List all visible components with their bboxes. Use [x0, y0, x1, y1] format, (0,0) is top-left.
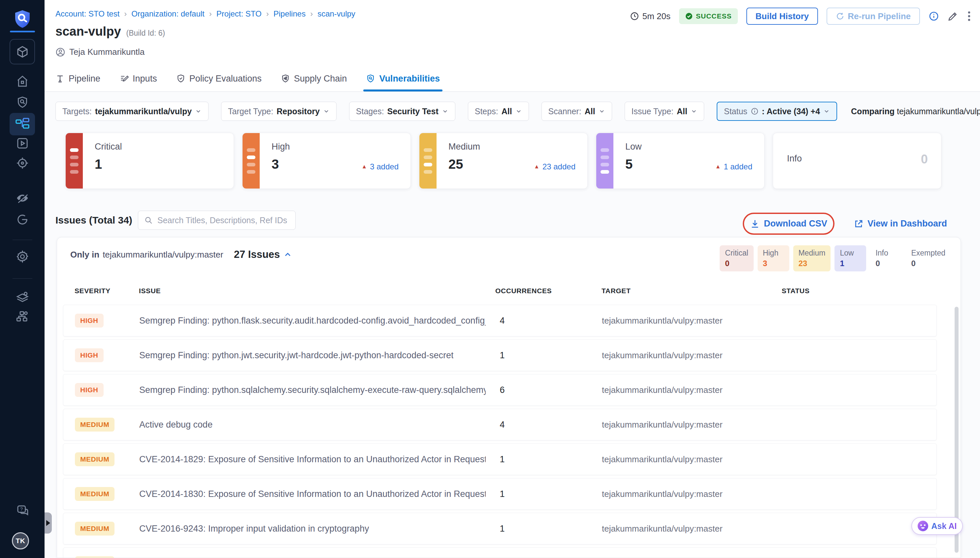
- get-started-icon[interactable]: [0, 212, 44, 227]
- download-csv-button[interactable]: Download CSV: [750, 218, 827, 229]
- issue-title: Semgrep Finding: python.jwt.security.jwt…: [139, 350, 453, 361]
- severity-card-critical[interactable]: Critical 1: [65, 133, 234, 189]
- chip-low[interactable]: Low1: [834, 245, 866, 271]
- harness-sto-logo-icon[interactable]: [0, 8, 44, 30]
- download-csv-wrap: Download CSV: [743, 213, 834, 235]
- col-issue: ISSUE: [139, 287, 161, 295]
- chip-exempted[interactable]: Exempted0: [906, 245, 951, 271]
- issue-count: 27 Issues: [234, 249, 280, 261]
- rerun-pipeline-button[interactable]: Re-run Pipeline: [826, 8, 920, 25]
- help-chat-icon[interactable]: ?: [0, 504, 44, 519]
- breadcrumb-org[interactable]: Organization: default: [131, 9, 204, 18]
- shield-check-icon: [176, 74, 185, 83]
- chip-medium[interactable]: Medium23: [793, 245, 831, 271]
- issue-title: Semgrep Finding: python.sqlalchemy.secur…: [139, 385, 486, 395]
- chevron-up-icon[interactable]: [283, 250, 292, 259]
- issue-row[interactable]: MEDIUM CVE-2016-9243: Improper input val…: [63, 513, 937, 545]
- targets-crosshair-icon[interactable]: [0, 156, 44, 171]
- filter-status[interactable]: Status : Active (34) +4: [717, 102, 837, 121]
- occurrences: 4: [494, 316, 510, 326]
- execution-tabs: Pipeline Inputs Policy Evaluations Suppl…: [56, 70, 440, 92]
- shield-chain-icon: [281, 74, 290, 83]
- only-in-target: tejakummarikuntla/vulpy:master: [103, 249, 223, 260]
- only-in-group[interactable]: Only in tejakummarikuntla/vulpy:master 2…: [70, 249, 292, 261]
- module-selector-icon[interactable]: [10, 39, 35, 64]
- card-count: 5: [625, 157, 633, 172]
- occurrences: 1: [494, 524, 510, 534]
- app-root: ? TK Account: STO test› Organization: de…: [0, 0, 980, 558]
- chip-info[interactable]: Info0: [870, 245, 902, 271]
- ask-ai-button[interactable]: Ask AI: [911, 517, 963, 535]
- user-avatar[interactable]: TK: [12, 532, 29, 550]
- view-in-dashboard-button[interactable]: View in Dashboard: [854, 218, 947, 229]
- tab-policy-evaluations[interactable]: Policy Evaluations: [176, 70, 262, 92]
- severity-bars-icon: [596, 133, 614, 189]
- chip-critical[interactable]: Critical0: [720, 245, 753, 271]
- breadcrumb-account[interactable]: Account: STO test: [56, 9, 119, 18]
- added-link[interactable]: ▲23 added: [534, 162, 576, 171]
- filter-steps[interactable]: Steps:All: [468, 102, 529, 121]
- target: tejakummarikuntla/vulpy:master: [602, 454, 723, 464]
- tab-vulnerabilities[interactable]: Vulnerabilities: [366, 70, 440, 92]
- comparing-label: Comparing tejakummarikuntla/vulpy:master…: [851, 107, 980, 116]
- severity-badge: MEDIUM: [75, 556, 115, 558]
- severity-card-high[interactable]: High 3 ▲3 added: [242, 133, 411, 189]
- build-author: Teja Kummarikuntla: [56, 47, 144, 57]
- added-link[interactable]: ▲1 added: [715, 162, 752, 171]
- default-settings-layers-icon[interactable]: [0, 290, 44, 304]
- page-header: Account: STO test› Organization: default…: [44, 0, 980, 92]
- sidebar-expand-tab[interactable]: [44, 512, 52, 533]
- issue-row[interactable]: MEDIUM Active debug code 4 tejakummariku…: [63, 409, 937, 440]
- severity-badge: HIGH: [75, 313, 104, 328]
- search-input[interactable]: [157, 216, 290, 225]
- issues-total-title: Issues (Total 34): [56, 215, 133, 226]
- severity-card-low[interactable]: Low 5 ▲1 added: [596, 133, 764, 189]
- chevron-down-icon: [823, 108, 830, 115]
- search-icon: [144, 216, 153, 225]
- filter-scanner[interactable]: Scanner:All: [542, 102, 612, 121]
- pipelines-nav-active-tile[interactable]: [10, 113, 35, 135]
- nav-active-module-divider: [10, 31, 35, 32]
- build-history-button[interactable]: Build History: [746, 8, 818, 25]
- info-icon[interactable]: [929, 11, 939, 21]
- tab-supply-chain[interactable]: Supply Chain: [281, 70, 347, 92]
- breadcrumb: Account: STO test› Organization: default…: [56, 9, 355, 18]
- breadcrumb-current[interactable]: scan-vulpy: [317, 9, 355, 18]
- filter-issue-type[interactable]: Issue Type:All: [625, 102, 704, 121]
- home-icon[interactable]: [0, 74, 44, 89]
- issue-row[interactable]: MEDIUM CVE-2014-1830: Exposure of Sensit…: [63, 478, 937, 510]
- test-targets-shield-icon[interactable]: [0, 95, 44, 110]
- status-badge: SUCCESS: [679, 8, 738, 24]
- exemptions-eye-off-icon[interactable]: [0, 191, 44, 205]
- tab-pipeline[interactable]: Pipeline: [56, 70, 100, 92]
- occurrences: 1: [494, 350, 510, 361]
- issue-row[interactable]: HIGH Semgrep Finding: python.flask.secur…: [63, 305, 937, 336]
- filter-stages[interactable]: Stages:Security Test: [349, 102, 455, 121]
- added-link[interactable]: ▲3 added: [361, 162, 399, 171]
- filter-targets[interactable]: Targets:tejakummarikuntla/vulpy: [56, 102, 209, 121]
- issue-row[interactable]: HIGH Semgrep Finding: python.jwt.securit…: [63, 340, 937, 371]
- kebab-menu-icon[interactable]: [967, 11, 972, 22]
- breadcrumb-separator: ›: [266, 9, 269, 18]
- settings-gear-icon[interactable]: [0, 249, 44, 264]
- severity-card-medium[interactable]: Medium 25 ▲23 added: [419, 133, 588, 189]
- card-label: High: [272, 142, 290, 152]
- organization-structure-icon[interactable]: [0, 309, 44, 323]
- build-id-label: (Build Id: 6): [126, 29, 165, 38]
- table-scrollbar[interactable]: [955, 307, 959, 553]
- issue-row[interactable]: HIGH Semgrep Finding: python.sqlalchemy.…: [63, 374, 937, 406]
- executions-play-icon[interactable]: [0, 136, 44, 151]
- filter-target-type[interactable]: Target Type:Repository: [221, 102, 337, 121]
- breadcrumb-project[interactable]: Project: STO: [216, 9, 262, 18]
- severity-filter-chips: Critical0 High3 Medium23 Low1 Info0 Exem…: [720, 245, 951, 271]
- check-circle-icon: [685, 12, 693, 20]
- breadcrumb-pipelines[interactable]: Pipelines: [273, 9, 306, 18]
- chip-high[interactable]: High3: [757, 245, 789, 271]
- edit-pencil-icon[interactable]: [948, 11, 958, 21]
- tab-inputs[interactable]: Inputs: [119, 70, 157, 92]
- issue-row[interactable]: MEDIUM CVE-2017-11424: PyJWT Improper Ve…: [63, 547, 937, 558]
- page-title: scan-vulpy: [56, 25, 121, 39]
- issue-row[interactable]: MEDIUM CVE-2014-1829: Exposure of Sensit…: [63, 443, 937, 475]
- issues-search[interactable]: [138, 211, 296, 230]
- severity-card-info[interactable]: Info 0: [773, 133, 941, 189]
